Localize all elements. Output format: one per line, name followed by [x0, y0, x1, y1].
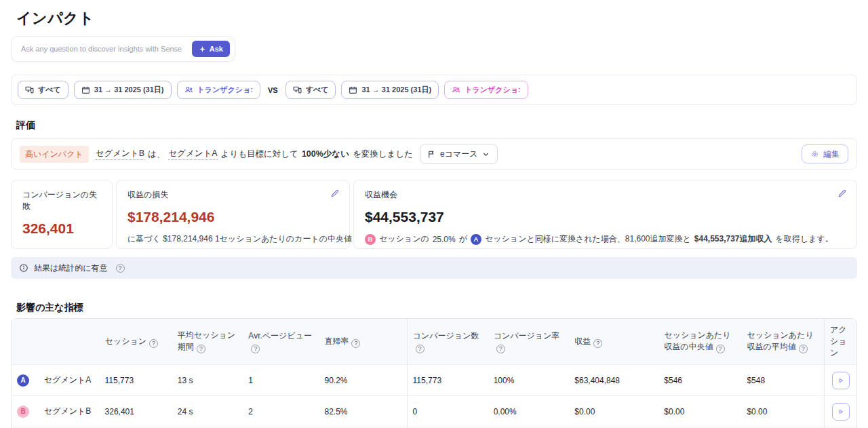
- segment-b-badge: B: [365, 234, 376, 245]
- note-strong: $44,553,737追加収入: [694, 233, 772, 245]
- people-icon: [452, 85, 460, 94]
- sense-ask-bar: Ask: [11, 36, 235, 62]
- conversion-rate-value: 0.00%: [488, 396, 570, 427]
- revenue-opportunity-value: $44,553,737: [365, 209, 846, 225]
- conversion-rate-value: 100%: [488, 365, 570, 396]
- conversions-value: 115,773: [407, 365, 488, 396]
- avg-duration-value: 24 s: [172, 396, 243, 427]
- evaluation-statement: セグメントB は、 セグメントA よりも目標に対して 100%少ない を変換しま…: [96, 148, 413, 160]
- device-filter-label: すべて: [306, 85, 329, 95]
- note-text: セッションと同様に変換された場合、81,600追加変換と: [485, 233, 691, 245]
- median-revenue-value: $546: [658, 365, 741, 396]
- help-icon[interactable]: ?: [351, 339, 360, 348]
- device-filter-label: すべて: [38, 85, 61, 95]
- metrics-table-container: セッション? 平均セッション期間? Avr.ページビュー? 直帰率? コンバージ…: [11, 318, 857, 428]
- revenue-opportunity-note: B セッションの 25.0% が A セッションと同様に変換された場合、81,6…: [365, 233, 846, 245]
- segment-a-badge: A: [471, 234, 481, 245]
- goal-selector[interactable]: eコマース: [420, 144, 498, 164]
- devices-icon: [25, 85, 34, 94]
- revenue-value: $63,404,848: [569, 365, 658, 396]
- goal-selector-label: eコマース: [440, 149, 478, 160]
- impact-page: インパクト Ask すべて 31 → 31 2025 (31日) トランザクショ…: [0, 8, 868, 428]
- conversions-value: 0: [407, 396, 488, 427]
- kpi-cards: コンバージョンの失敗 326,401 収益の損失 $178,214,946 に基…: [11, 180, 857, 249]
- help-icon[interactable]: ?: [251, 345, 260, 353]
- edit-pencil-icon[interactable]: [837, 189, 847, 201]
- revenue-lost-value: $178,214,946: [127, 209, 338, 225]
- date-filter-label: 31 → 31 2025 (31日): [361, 85, 431, 95]
- ask-input[interactable]: [20, 44, 186, 54]
- date-filter-label: 31 → 31 2025 (31日): [94, 85, 164, 95]
- conversions-lost-card: コンバージョンの失敗 326,401: [11, 180, 113, 249]
- edit-button[interactable]: 編集: [802, 144, 848, 163]
- segment-b-badge: B: [17, 406, 29, 418]
- play-icon: [837, 407, 845, 416]
- revenue-opportunity-card: 収益機会 $44,553,737 B セッションの 25.0% が A セッショ…: [353, 180, 857, 249]
- note-text: を取得します。: [776, 233, 833, 245]
- edit-button-label: 編集: [823, 149, 840, 160]
- calendar-icon: [349, 85, 357, 94]
- average-revenue-value: $0.00: [741, 396, 824, 427]
- help-icon[interactable]: ?: [416, 345, 425, 353]
- opportunity-percent[interactable]: 25.0%: [433, 235, 456, 244]
- segment-a-audience-filter[interactable]: トランザクショ:: [177, 81, 260, 99]
- segment-b-link[interactable]: セグメントB: [96, 148, 144, 160]
- header-avg-pageviews: Avr.ページビュー?: [243, 319, 319, 365]
- play-icon: [837, 376, 845, 385]
- ask-button[interactable]: Ask: [192, 41, 230, 57]
- header-revenue: 収益?: [569, 319, 658, 365]
- significance-bar: 結果は統計的に有意 ?: [11, 257, 857, 279]
- revenue-lost-card: 収益の損失 $178,214,946 に基づく $178,214,946 1セッ…: [116, 180, 350, 249]
- chevron-down-icon: [481, 150, 490, 159]
- help-icon[interactable]: ?: [496, 345, 505, 353]
- help-icon[interactable]: ?: [149, 339, 158, 348]
- impact-level-badge: 高いインパクト: [20, 146, 89, 163]
- header-bounce-rate: 直帰率?: [319, 319, 407, 365]
- segment-b-date-filter[interactable]: 31 → 31 2025 (31日): [341, 81, 439, 99]
- segment-name: セグメントA: [39, 365, 100, 396]
- flag-icon: [427, 150, 436, 159]
- card-title: 収益機会: [365, 189, 846, 201]
- header-badge: [12, 319, 39, 365]
- statement-strong: 100%少ない: [302, 149, 349, 160]
- note-text: セッションの: [379, 233, 429, 245]
- sessions-value: 326,401: [100, 396, 172, 427]
- audience-filter-label: トランザクショ:: [197, 85, 253, 95]
- header-conversion-rate: コンバージョン率?: [488, 319, 570, 365]
- info-icon: [19, 263, 28, 273]
- help-icon[interactable]: ?: [593, 339, 602, 348]
- metrics-table: セッション? 平均セッション期間? Avr.ページビュー? 直帰率? コンバージ…: [12, 319, 856, 428]
- segment-b-device-filter[interactable]: すべて: [285, 81, 336, 99]
- segment-b-audience-filter[interactable]: トランザクショ:: [444, 81, 528, 99]
- play-segment-button[interactable]: [832, 403, 850, 421]
- help-icon[interactable]: ?: [799, 345, 808, 353]
- comparison-filter-bar: すべて 31 → 31 2025 (31日) トランザクショ: VS すべて 3…: [11, 75, 857, 105]
- header-avg-duration: 平均セッション期間?: [172, 319, 243, 365]
- segment-a-device-filter[interactable]: すべて: [18, 81, 68, 99]
- help-icon[interactable]: ?: [116, 264, 125, 273]
- actions-cell: [825, 396, 856, 427]
- audience-filter-label: トランザクショ:: [465, 85, 520, 95]
- play-segment-button[interactable]: [832, 372, 850, 389]
- bounce-rate-value: 90.2%: [319, 365, 407, 396]
- calendar-icon: [81, 85, 90, 94]
- segment-a-date-filter[interactable]: 31 → 31 2025 (31日): [74, 81, 172, 99]
- table-row-segment-b: B セグメントB 326,401 24 s 2 82.5% 0 0.00% $0…: [12, 396, 856, 427]
- evaluation-banner: 高いインパクト セグメントB は、 セグメントA よりも目標に対して 100%少…: [11, 138, 857, 170]
- segment-name: セグメントB: [39, 396, 100, 427]
- segment-badge-cell: B: [12, 396, 39, 427]
- segment-a-link[interactable]: セグメントA: [168, 148, 217, 160]
- header-conversions: コンバージョン数?: [407, 319, 488, 365]
- help-icon[interactable]: ?: [197, 345, 205, 353]
- median-revenue-value: $0.00: [658, 396, 741, 427]
- avg-pageviews-value: 2: [243, 396, 319, 427]
- significance-text: 結果は統計的に有意: [34, 262, 108, 274]
- help-icon[interactable]: ?: [716, 345, 725, 353]
- gear-icon: [810, 150, 819, 159]
- header-actions: アクション: [825, 319, 856, 365]
- segment-a-badge: A: [17, 374, 29, 387]
- statement-text: を変換しました: [353, 149, 413, 160]
- edit-pencil-icon[interactable]: [330, 189, 340, 201]
- header-median-revenue: セッションあたり収益の中央値?: [658, 319, 741, 365]
- card-title: 収益の損失: [127, 189, 338, 201]
